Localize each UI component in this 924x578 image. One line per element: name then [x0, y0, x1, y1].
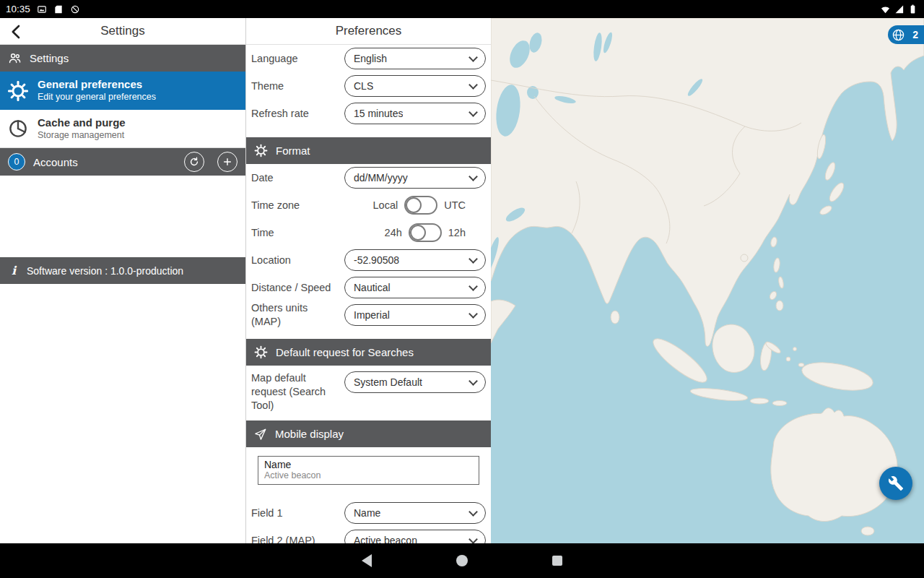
default-request-section-header: Default request for Searches: [246, 339, 491, 366]
pref-row-theme: Theme CLS: [246, 72, 491, 100]
refresh-rate-label: Refresh rate: [251, 107, 344, 121]
time-zone-label: Time zone: [251, 199, 373, 212]
version-bar: Software version : 1.0.0-production: [0, 257, 245, 284]
pref-row-distance: Distance / Speed Nautical: [246, 274, 491, 301]
recents-square-icon: [552, 556, 562, 566]
map-panel: 2: [491, 18, 924, 543]
settings-section-label: Settings: [30, 52, 69, 64]
time-zone-toggle-group: Local UTC: [373, 196, 466, 215]
toggle-knob: [406, 197, 422, 213]
chevron-down-icon: [468, 535, 478, 543]
chevron-down-icon: [468, 80, 478, 90]
general-preferences-subtitle: Edit your general preferences: [38, 92, 156, 103]
field2-dropdown[interactable]: Active beacon: [344, 530, 486, 543]
gear-icon: [254, 345, 268, 359]
general-preferences-text: General preferences Edit your general pr…: [38, 78, 156, 103]
distance-speed-label: Distance / Speed: [251, 281, 344, 295]
preferences-header: Preferences: [246, 18, 491, 45]
pref-row-location: Location -52.90508: [246, 246, 491, 274]
battery-icon: [907, 4, 918, 14]
distance-speed-value: Nautical: [354, 282, 391, 293]
sd-card-icon: [53, 4, 64, 14]
back-arrow-icon: [8, 23, 25, 40]
nav-back-button[interactable]: [359, 552, 374, 569]
cell-signal-icon: [894, 4, 905, 14]
chevron-down-icon: [468, 376, 478, 386]
refresh-icon: [188, 156, 200, 168]
cache-purge-title: Cache and purge: [38, 116, 126, 130]
theme-dropdown[interactable]: CLS: [344, 75, 486, 97]
nav-home-button[interactable]: [455, 552, 469, 569]
format-section-label: Format: [276, 144, 310, 157]
chevron-down-icon: [468, 108, 478, 117]
map-default-request-label: Map default request (Search Tool): [251, 371, 344, 413]
add-account-button[interactable]: [217, 152, 237, 172]
date-label: Date: [251, 171, 344, 185]
refresh-accounts-button[interactable]: [184, 152, 204, 172]
users-icon: [8, 51, 22, 65]
list-item-general-preferences[interactable]: General preferences Edit your general pr…: [0, 72, 245, 110]
field1-dropdown[interactable]: Name: [344, 502, 486, 524]
mobile-display-preview: Name Active beacon: [258, 456, 479, 485]
refresh-rate-dropdown[interactable]: 15 minutes: [344, 103, 486, 124]
pref-row-time-zone: Time zone Local UTC: [246, 191, 491, 219]
map-default-request-dropdown[interactable]: System Default: [344, 371, 486, 393]
chevron-down-icon: [468, 507, 478, 517]
time-zone-toggle[interactable]: [404, 196, 437, 215]
language-dropdown[interactable]: English: [344, 48, 486, 69]
cache-purge-text: Cache and purge Storage management: [38, 116, 126, 141]
pref-row-map-default-request: Map default request (Search Tool) System…: [246, 366, 491, 413]
field1-label: Field 1: [251, 506, 344, 520]
screenshot-icon: [37, 4, 47, 14]
chevron-down-icon: [468, 53, 478, 62]
pref-row-field1: Field 1 Name: [246, 499, 491, 527]
settings-panel: Settings Settings General preferences Ed…: [0, 18, 245, 543]
paper-plane-icon: [254, 428, 267, 441]
android-nav-bar: [0, 543, 924, 578]
preview-line1: Name: [264, 459, 473, 470]
mobile-display-section-label: Mobile display: [275, 428, 344, 440]
map-tools-fab[interactable]: [879, 467, 912, 500]
time-format-toggle[interactable]: [409, 223, 442, 242]
other-units-dropdown[interactable]: Imperial: [344, 304, 486, 326]
settings-panel-title: Settings: [100, 24, 144, 38]
gear-icon: [254, 144, 268, 158]
list-item-cache-purge[interactable]: Cache and purge Storage management: [0, 110, 245, 148]
pref-row-date: Date dd/MM/yyyy: [246, 164, 491, 191]
theme-label: Theme: [251, 79, 344, 93]
world-map[interactable]: [491, 18, 924, 543]
pref-row-field2: Field 2 (MAP) Active beacon: [246, 527, 491, 543]
status-bar: 10:35: [0, 0, 924, 18]
accounts-section-header: 0 Accounts: [0, 148, 245, 176]
pref-row-refresh-rate: Refresh rate 15 minutes: [246, 100, 491, 127]
time-zone-option-local: Local: [373, 199, 398, 211]
time-label: Time: [251, 226, 385, 240]
nav-recents-button[interactable]: [550, 552, 565, 569]
map-default-request-value: System Default: [354, 376, 422, 388]
pref-row-other-units: Others units (MAP) Imperial: [246, 301, 491, 329]
field2-label: Field 2 (MAP): [251, 534, 344, 543]
date-format-dropdown[interactable]: dd/MM/yyyy: [344, 167, 486, 189]
chevron-down-icon: [468, 282, 478, 291]
default-request-section-label: Default request for Searches: [276, 346, 414, 358]
field1-value: Name: [354, 507, 380, 519]
cache-purge-subtitle: Storage management: [38, 130, 126, 142]
app-screen: 10:35 Settings Settings: [0, 0, 924, 578]
preferences-panel-title: Preferences: [336, 24, 402, 38]
location-format-dropdown[interactable]: -52.90508: [344, 249, 486, 271]
general-preferences-title: General preferences: [38, 78, 156, 92]
chevron-down-icon: [468, 172, 478, 181]
other-units-label: Others units (MAP): [251, 301, 344, 329]
distance-speed-dropdown[interactable]: Nautical: [344, 277, 486, 298]
language-value: English: [354, 53, 387, 64]
software-version-text: Software version : 1.0.0-production: [27, 265, 183, 277]
map-layers-badge[interactable]: 2: [888, 25, 924, 44]
back-button[interactable]: [6, 21, 27, 43]
time-option-12h: 12h: [448, 227, 466, 238]
date-format-value: dd/MM/yyyy: [354, 172, 408, 184]
theme-value: CLS: [354, 80, 373, 92]
globe-icon: [892, 28, 905, 42]
toggle-knob: [410, 225, 426, 241]
gear-icon: [7, 80, 29, 102]
refresh-rate-value: 15 minutes: [354, 108, 403, 119]
